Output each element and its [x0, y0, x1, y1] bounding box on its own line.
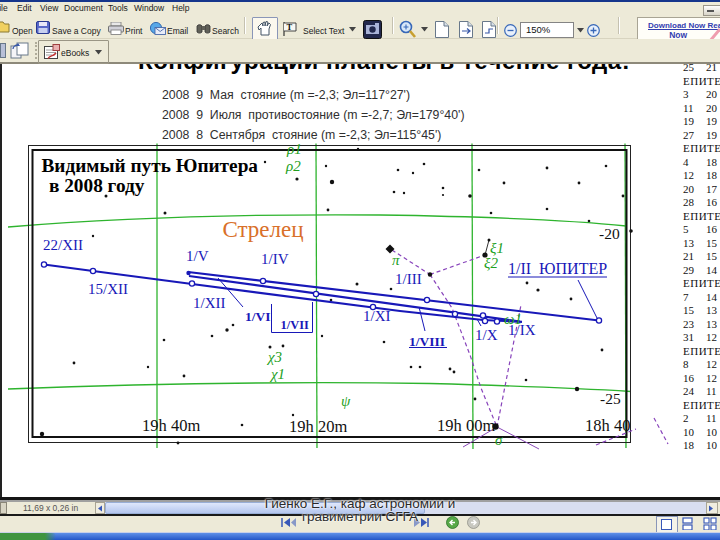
svg-text:22/XII: 22/XII: [43, 237, 83, 253]
svg-text:ξ2: ξ2: [484, 255, 498, 271]
svg-text:χ3: χ3: [266, 349, 282, 365]
svg-text:1/VIII: 1/VIII: [409, 334, 445, 349]
svg-text:ψ: ψ: [341, 393, 351, 409]
svg-text:σ: σ: [495, 432, 503, 448]
svg-text:-20: -20: [599, 225, 620, 242]
svg-text:1/V: 1/V: [186, 248, 209, 264]
svg-text:1/XI: 1/XI: [363, 308, 391, 324]
svg-text:19h 00m: 19h 00m: [437, 416, 495, 435]
svg-text:T: T: [287, 22, 293, 32]
svg-text:18h 40: 18h 40: [585, 416, 630, 435]
svg-text:1/IV: 1/IV: [261, 251, 289, 267]
svg-text:ρ2: ρ2: [285, 158, 301, 174]
svg-text:в 2008 году: в 2008 году: [49, 175, 145, 196]
svg-text:1/VII: 1/VII: [281, 318, 310, 332]
svg-text:ρ1: ρ1: [286, 141, 302, 157]
svg-text:-25: -25: [600, 390, 621, 407]
svg-text:1/XII: 1/XII: [193, 295, 226, 311]
svg-text:1/X: 1/X: [475, 327, 498, 343]
svg-text:19h 20m: 19h 20m: [289, 417, 347, 436]
svg-text:19h 40m: 19h 40m: [142, 416, 200, 435]
svg-text:ω1: ω1: [504, 311, 522, 327]
svg-text:15/XII: 15/XII: [88, 281, 128, 297]
svg-text:χ1: χ1: [269, 366, 285, 382]
svg-text:ξ1: ξ1: [490, 240, 504, 256]
svg-text:1/II ЮПИТЕР: 1/II ЮПИТЕР: [508, 260, 607, 277]
svg-text:1/III: 1/III: [395, 271, 422, 287]
svg-text:π: π: [392, 252, 400, 268]
svg-text:1/VI: 1/VI: [245, 309, 271, 324]
svg-text:Стрелец: Стрелец: [223, 217, 304, 242]
svg-text:Видимый путь Юпитера: Видимый путь Юпитера: [42, 155, 259, 176]
